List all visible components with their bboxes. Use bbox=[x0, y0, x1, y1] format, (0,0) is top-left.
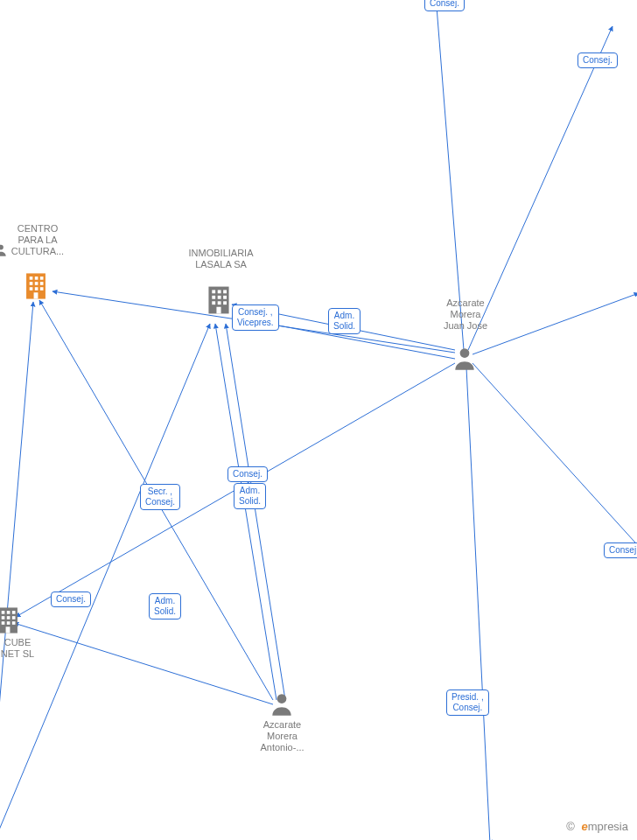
edge-label: Adm. Solid. bbox=[328, 308, 360, 334]
svg-rect-42 bbox=[12, 611, 16, 614]
person-icon[interactable] bbox=[270, 691, 294, 718]
svg-rect-16 bbox=[30, 276, 33, 280]
edge-label: Consej. bbox=[578, 52, 618, 68]
svg-line-13 bbox=[0, 324, 210, 840]
svg-rect-43 bbox=[2, 616, 5, 620]
svg-rect-40 bbox=[2, 611, 5, 614]
edge-label: Adm. Solid. bbox=[149, 593, 181, 620]
edges-layer bbox=[0, 0, 637, 840]
node-label-centro: CENTRO PARA LA CULTURA... bbox=[7, 223, 68, 258]
svg-rect-47 bbox=[7, 621, 10, 625]
building-icon[interactable] bbox=[23, 271, 49, 301]
svg-rect-31 bbox=[212, 296, 215, 299]
svg-rect-17 bbox=[35, 276, 38, 280]
diagram-canvas: CENTRO PARA LA CULTURA... INMOBILIARIA L… bbox=[0, 0, 637, 840]
svg-rect-33 bbox=[223, 296, 227, 299]
svg-rect-25 bbox=[34, 292, 38, 298]
svg-line-4 bbox=[466, 368, 490, 840]
svg-rect-44 bbox=[7, 616, 10, 620]
svg-rect-19 bbox=[30, 282, 33, 285]
svg-rect-36 bbox=[223, 301, 227, 304]
brand-e: e bbox=[582, 820, 588, 833]
svg-rect-22 bbox=[30, 287, 33, 290]
watermark: © empresia bbox=[566, 820, 628, 833]
svg-rect-34 bbox=[212, 301, 215, 304]
svg-line-2 bbox=[472, 293, 637, 354]
svg-rect-20 bbox=[35, 282, 38, 285]
edge-label: Presid. , Consej. bbox=[446, 690, 489, 716]
svg-rect-23 bbox=[35, 287, 38, 290]
edge-label: Consej. bbox=[228, 466, 268, 482]
node-label-azcarate-am: Azcarate Morera Antonio-... bbox=[254, 719, 311, 754]
svg-point-26 bbox=[0, 245, 4, 250]
svg-rect-30 bbox=[223, 290, 227, 293]
svg-line-12 bbox=[14, 623, 273, 704]
brand-rest: mpresia bbox=[588, 820, 628, 833]
building-icon[interactable] bbox=[205, 284, 233, 316]
svg-rect-48 bbox=[12, 621, 16, 625]
svg-rect-41 bbox=[7, 611, 10, 614]
building-icon[interactable] bbox=[0, 606, 21, 635]
person-icon[interactable] bbox=[452, 346, 477, 372]
edge-label: Adm. Solid. bbox=[234, 483, 266, 509]
svg-point-50 bbox=[277, 694, 287, 704]
svg-point-38 bbox=[460, 348, 470, 358]
svg-line-9 bbox=[215, 324, 276, 700]
svg-rect-49 bbox=[6, 626, 10, 633]
svg-rect-29 bbox=[218, 290, 221, 293]
copyright-symbol: © bbox=[566, 820, 575, 833]
node-label-azcarate-jj: Azcarate Morera Juan Jose bbox=[435, 298, 496, 332]
svg-rect-24 bbox=[40, 287, 44, 290]
svg-rect-35 bbox=[218, 301, 221, 304]
svg-line-10 bbox=[226, 324, 285, 700]
svg-rect-45 bbox=[12, 616, 16, 620]
svg-rect-32 bbox=[218, 296, 221, 299]
svg-line-3 bbox=[472, 363, 637, 551]
svg-line-14 bbox=[0, 302, 33, 840]
edge-label: Consej. , Vicepres. bbox=[232, 304, 279, 331]
svg-rect-18 bbox=[40, 276, 44, 280]
edge-label: Consej. bbox=[424, 0, 465, 11]
edge-label: Secr. , Consej. bbox=[140, 484, 180, 510]
svg-rect-46 bbox=[2, 621, 5, 625]
person-icon bbox=[0, 243, 7, 257]
edge-label: Consej. bbox=[604, 542, 637, 558]
svg-rect-21 bbox=[40, 282, 44, 285]
node-label-inmobiliaria: INMOBILIARIA LASALA SA bbox=[184, 248, 258, 270]
edge-label: Consej. bbox=[51, 592, 91, 607]
svg-rect-37 bbox=[216, 307, 220, 314]
svg-rect-28 bbox=[212, 290, 215, 293]
node-label-cube: CUBE NET SL bbox=[0, 637, 44, 660]
